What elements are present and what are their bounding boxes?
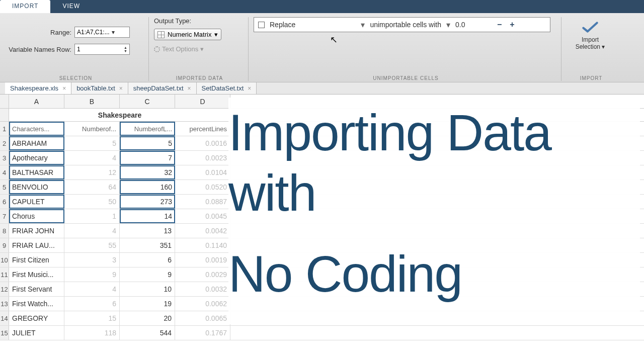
cell[interactable]: 6 (64, 297, 120, 311)
cell[interactable]: 0.0887 (175, 195, 230, 209)
cell[interactable]: 64 (64, 180, 120, 194)
row-number[interactable]: 11 (0, 267, 9, 282)
varnames-spinner[interactable]: 1 ▲▼ (74, 44, 130, 55)
cell[interactable]: 351 (120, 238, 175, 252)
cell[interactable]: FRIAR JOHN (9, 224, 64, 238)
cell[interactable]: GREGORY (9, 311, 64, 325)
cell[interactable]: 0.0520 (175, 180, 230, 194)
file-tab[interactable]: bookTable.txt× (71, 82, 128, 94)
cell[interactable]: 0.0104 (175, 165, 230, 179)
column-header[interactable]: D (175, 95, 230, 108)
cell[interactable]: 13 (120, 224, 175, 238)
column-header[interactable]: A (9, 95, 64, 108)
cell[interactable]: 0.1767 (175, 326, 230, 340)
add-rule-button[interactable]: + (508, 20, 516, 29)
cell[interactable]: 6 (120, 253, 175, 267)
file-tab[interactable]: Shakespeare.xls× (5, 82, 71, 94)
cell[interactable]: 7 (120, 151, 175, 165)
row-number[interactable]: 14 (0, 311, 9, 325)
cell[interactable]: 5 (120, 136, 175, 150)
row-number[interactable]: 15 (0, 326, 9, 340)
column-header[interactable]: C (120, 95, 175, 108)
row-number[interactable]: 1 (0, 122, 9, 136)
cell[interactable]: 0.0062 (175, 297, 230, 311)
cell[interactable]: 20 (120, 311, 175, 325)
grid-icon (157, 31, 165, 38)
unimportable-rule[interactable]: Replace ▾ unimportable cells with ▾ 0.0 … (254, 17, 550, 32)
cell[interactable]: 0.0023 (175, 151, 230, 165)
row-number[interactable]: 12 (0, 282, 9, 296)
cell[interactable]: 5 (64, 136, 120, 150)
cell[interactable]: JULIET (9, 326, 64, 340)
cell[interactable]: NumberofL... (120, 122, 175, 136)
cell[interactable]: First Servant (9, 282, 64, 296)
cell[interactable]: 4 (64, 282, 120, 296)
cell[interactable]: Characters... (9, 122, 64, 136)
output-type-combo[interactable]: Numeric Matrix ▾ (154, 29, 221, 40)
row-number[interactable]: 6 (0, 195, 9, 209)
tab-view[interactable]: VIEW (50, 0, 92, 13)
cell[interactable]: 544 (120, 326, 175, 340)
close-icon[interactable]: × (119, 85, 123, 92)
replace-checkbox[interactable] (258, 22, 265, 28)
cell[interactable]: Chorus (9, 209, 64, 223)
cell[interactable]: 4 (64, 224, 120, 238)
cell[interactable]: 0.0045 (175, 209, 230, 223)
replace-value[interactable]: 0.0 (455, 21, 491, 29)
cell[interactable]: First Musici... (9, 267, 64, 282)
range-combo[interactable]: A1:A7,C1:...▾ (74, 27, 130, 38)
remove-rule-button[interactable]: − (496, 20, 503, 29)
file-tab[interactable]: SetDataSet.txt× (197, 82, 257, 94)
row-number[interactable]: 4 (0, 165, 9, 179)
cell[interactable]: FRIAR LAU... (9, 238, 64, 252)
cell[interactable]: percentLines (175, 122, 230, 136)
row-number[interactable]: 2 (0, 136, 9, 150)
cell[interactable]: 0.0032 (175, 282, 230, 296)
cell[interactable]: Numberof... (64, 122, 120, 136)
file-tab[interactable]: sheepDataSet.txt× (128, 82, 197, 94)
cell[interactable]: 55 (64, 238, 120, 252)
cell[interactable]: 19 (120, 297, 175, 311)
cell[interactable]: 0.0065 (175, 311, 230, 325)
close-icon[interactable]: × (248, 85, 251, 92)
cell[interactable]: 3 (64, 253, 120, 267)
cell[interactable]: 1 (64, 209, 120, 223)
cell[interactable]: 0.0016 (175, 136, 230, 150)
overlay-text: Importing Data with No Coding (228, 98, 640, 324)
close-icon[interactable]: × (62, 85, 66, 92)
row-number[interactable]: 8 (0, 224, 9, 238)
cell[interactable]: First Citizen (9, 253, 64, 267)
cell[interactable]: 160 (120, 180, 175, 194)
column-header[interactable]: B (64, 95, 120, 108)
row-number[interactable]: 9 (0, 238, 9, 252)
cell[interactable]: 10 (120, 282, 175, 296)
cell[interactable]: BALTHASAR (9, 165, 64, 179)
row-number[interactable]: 7 (0, 209, 9, 223)
cell[interactable]: 0.0029 (175, 267, 230, 282)
cell[interactable]: Apothecary (9, 151, 64, 165)
cell[interactable]: 0.0019 (175, 253, 230, 267)
row-number[interactable]: 5 (0, 180, 9, 194)
close-icon[interactable]: × (188, 85, 191, 92)
cell[interactable]: 118 (64, 326, 120, 340)
cell[interactable]: 50 (64, 195, 120, 209)
cell[interactable]: 273 (120, 195, 175, 209)
import-selection-button[interactable]: ImportSelection ▾ (567, 17, 614, 53)
cell[interactable]: ABRAHAM (9, 136, 64, 150)
cell[interactable]: 9 (120, 267, 175, 282)
cell[interactable]: 9 (64, 267, 120, 282)
cell[interactable]: BENVOLIO (9, 180, 64, 194)
cell[interactable]: 4 (64, 151, 120, 165)
cell[interactable]: 15 (64, 311, 120, 325)
row-number[interactable]: 3 (0, 151, 9, 165)
row-number[interactable]: 13 (0, 297, 9, 311)
tab-import[interactable]: IMPORT (0, 0, 50, 13)
cell[interactable]: CAPULET (9, 195, 64, 209)
cell[interactable]: 14 (120, 209, 175, 223)
cell[interactable]: 32 (120, 165, 175, 179)
cell[interactable]: 0.1140 (175, 238, 230, 252)
cell[interactable]: 0.0042 (175, 224, 230, 238)
row-number[interactable]: 10 (0, 253, 9, 267)
cell[interactable]: 12 (64, 165, 120, 179)
cell[interactable]: First Watch... (9, 297, 64, 311)
